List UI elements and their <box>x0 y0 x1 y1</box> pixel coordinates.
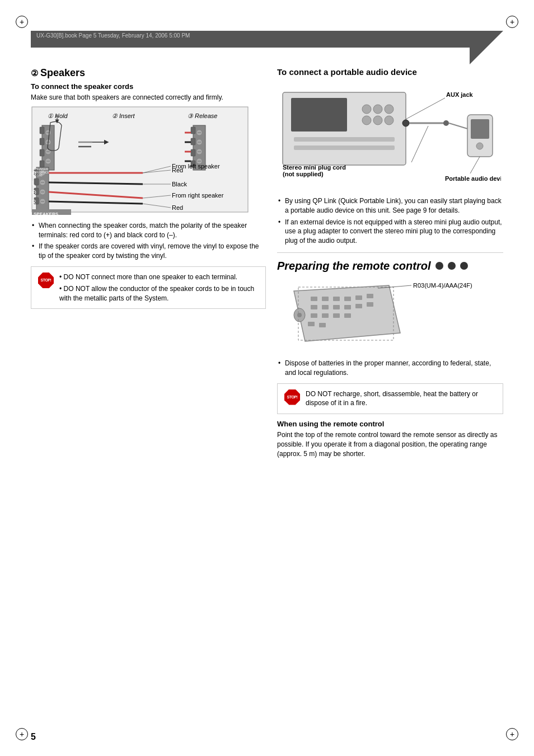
svg-rect-113 <box>344 313 351 318</box>
svg-text:(not supplied): (not supplied) <box>283 171 324 177</box>
registration-mark-tr <box>506 16 518 28</box>
svg-rect-6 <box>40 138 44 145</box>
warning-box: STOP! • DO NOT connect more than one spe… <box>31 266 266 309</box>
aux-bullet-item: If an external device is not equipped wi… <box>277 218 503 246</box>
stop-icon: STOP! <box>38 273 54 288</box>
left-column: ② Speakers To connect the speaker cords … <box>31 67 266 314</box>
registration-mark-tl <box>16 16 28 28</box>
svg-text:SPEAKERS: SPEAKERS <box>34 212 59 215</box>
svg-rect-99 <box>322 297 329 301</box>
aux-diagram-svg: AUX jack Stereo mini plug cord (not supp… <box>277 81 501 190</box>
svg-rect-101 <box>344 297 351 301</box>
svg-point-76 <box>362 105 371 114</box>
svg-point-77 <box>373 105 382 114</box>
svg-text:② Insert: ② Insert <box>112 112 135 119</box>
intro-text: Make sure that both speakers are connect… <box>31 93 266 102</box>
svg-text:Portable audio device: Portable audio device <box>445 175 501 182</box>
svg-rect-112 <box>333 313 340 318</box>
section-title: Speakers <box>40 67 85 79</box>
svg-text:Black: Black <box>172 181 187 187</box>
svg-rect-7 <box>40 149 44 156</box>
remote-bullet-item: Dispose of batteries in the proper manne… <box>277 359 503 378</box>
svg-rect-106 <box>333 305 340 309</box>
svg-rect-108 <box>355 304 362 308</box>
svg-text:From left speaker: From left speaker <box>172 163 220 170</box>
remote-section-heading: Preparing the remote control <box>277 260 503 273</box>
svg-rect-98 <box>311 297 317 301</box>
speaker-diagram-svg: ① Hold ② Insert ③ Release <box>31 106 249 215</box>
svg-text:③ Release: ③ Release <box>188 112 217 119</box>
svg-rect-5 <box>40 127 44 134</box>
usage-text: Point the top of the remote control towa… <box>277 430 503 458</box>
svg-point-86 <box>443 120 449 126</box>
registration-mark-bl <box>16 728 28 740</box>
svg-text:Red: Red <box>172 204 183 211</box>
dot-indicator-2 <box>448 262 456 270</box>
warning-line1: • DO NOT connect more than one speaker t… <box>59 273 259 282</box>
aux-diagram-container: AUX jack Stereo mini plug cord (not supp… <box>277 81 503 192</box>
svg-rect-102 <box>355 295 362 300</box>
svg-rect-83 <box>294 145 395 150</box>
svg-point-79 <box>362 116 371 125</box>
warning-text: • DO NOT connect more than one speaker t… <box>59 273 259 303</box>
section-number: ② <box>31 68 38 78</box>
svg-text:From right speaker: From right speaker <box>172 192 224 199</box>
svg-rect-24 <box>191 149 195 156</box>
remote-title: Preparing the remote control <box>277 260 431 273</box>
header-triangle <box>470 31 503 64</box>
aux-bullets: By using QP Link (Quick Portable Link), … <box>277 196 503 246</box>
svg-rect-103 <box>367 294 373 298</box>
svg-text:L: L <box>32 180 35 186</box>
svg-point-80 <box>373 116 382 125</box>
svg-rect-111 <box>322 313 329 318</box>
remote-usage-section: When using the remote control Point the … <box>277 420 503 458</box>
svg-rect-75 <box>291 98 347 132</box>
remote-bullets: Dispose of batteries in the proper manne… <box>277 359 503 378</box>
svg-rect-110 <box>311 313 317 318</box>
aux-heading: To connect a portable audio device <box>277 67 503 77</box>
svg-rect-104 <box>311 305 317 309</box>
svg-point-117 <box>297 313 302 317</box>
speaker-diagram-container: ① Hold ② Insert ③ Release <box>31 106 266 217</box>
svg-rect-8 <box>40 161 44 167</box>
bullet-item: When connecting the speaker cords, match… <box>31 221 266 240</box>
section-divider <box>277 252 503 253</box>
svg-line-91 <box>406 98 445 119</box>
svg-rect-109 <box>367 302 373 307</box>
svg-point-81 <box>385 116 394 125</box>
svg-point-78 <box>385 105 394 114</box>
svg-rect-105 <box>322 305 329 309</box>
dot-indicator-3 <box>460 262 468 270</box>
svg-rect-115 <box>319 323 326 327</box>
speaker-bullets: When connecting the speaker cords, match… <box>31 221 266 261</box>
section-heading: ② Speakers <box>31 67 266 79</box>
right-column: To connect a portable audio device <box>277 67 503 459</box>
stop-icon-remote: STOP! <box>284 389 300 405</box>
registration-mark-br <box>506 728 518 740</box>
svg-rect-22 <box>191 127 195 134</box>
warning-line2: • DO NOT allow the conductor of the spea… <box>59 284 259 303</box>
aux-bullet-item: By using QP Link (Quick Portable Link), … <box>277 196 503 215</box>
remote-warning-box: STOP! DO NOT recharge, short, disassembl… <box>277 383 503 415</box>
svg-text:Θ: Θ <box>32 190 36 196</box>
dot-indicator-1 <box>435 262 443 270</box>
subsection-title: To connect the speaker cords <box>31 82 266 91</box>
svg-point-90 <box>476 143 483 149</box>
svg-text:Stereo mini plug cord: Stereo mini plug cord <box>283 164 346 171</box>
svg-text:R03(UM-4)/AAA(24F): R03(UM-4)/AAA(24F) <box>413 282 472 289</box>
svg-rect-89 <box>471 119 489 139</box>
page-number: 5 <box>31 732 36 742</box>
svg-line-93 <box>411 126 428 162</box>
stop-icon-inner-remote: STOP! <box>284 389 300 405</box>
svg-rect-100 <box>333 297 340 301</box>
stop-icon-inner: STOP! <box>38 273 54 288</box>
header-text: UX-G30[B].book Page 5 Tuesday, February … <box>36 32 190 39</box>
svg-rect-82 <box>294 137 395 142</box>
svg-rect-23 <box>191 138 195 145</box>
main-content: ② Speakers To connect the speaker cords … <box>31 67 503 725</box>
svg-text:① Hold: ① Hold <box>48 112 68 119</box>
svg-rect-114 <box>308 322 315 326</box>
svg-text:6Ω-16Ω: 6Ω-16Ω <box>32 173 43 177</box>
svg-text:AUX jack: AUX jack <box>446 91 474 98</box>
svg-line-96 <box>470 157 480 173</box>
